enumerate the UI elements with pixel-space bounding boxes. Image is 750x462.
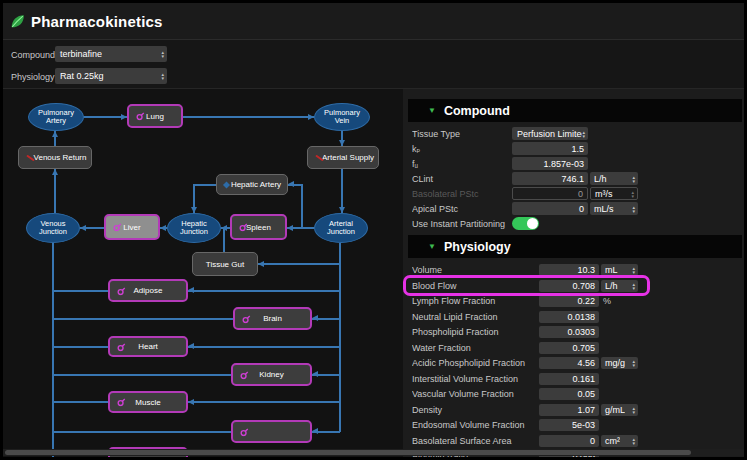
flask-icon	[240, 427, 249, 436]
node-arterial-supply[interactable]: Arterial Supply	[307, 146, 379, 169]
physiology-select-value: Rat 0.25kg	[55, 71, 104, 81]
endosomal-volume-fraction-input[interactable]: 5e-03	[539, 419, 599, 431]
volume-input[interactable]: 10.3	[539, 264, 599, 276]
apical-pstc-input[interactable]: 0	[512, 202, 588, 215]
flow-tag-icon	[315, 157, 324, 159]
physiology-select[interactable]: Rat 0.25kg ▴▾	[55, 68, 167, 84]
node-venous-junction[interactable]: Venous Junction	[26, 213, 80, 243]
node-spleen[interactable]: Spleen	[230, 214, 287, 240]
field-label: Lymph Flow Fraction	[412, 296, 537, 306]
field-row: Apical PStc 0 mL/s▴▾	[412, 202, 638, 215]
node-hepatic-artery[interactable]: Hepatic Artery	[216, 174, 288, 195]
field-label: kₚ	[412, 144, 510, 154]
phospholipid-fraction-input[interactable]: 0.0303	[539, 326, 599, 338]
node-heart[interactable]: Heart	[108, 336, 188, 357]
apical-pstc-unit-select[interactable]: mL/s▴▾	[590, 202, 638, 215]
node-label: Pulmonary Vein	[316, 109, 368, 125]
scrollbar-thumb[interactable]	[5, 450, 691, 455]
flow-line	[258, 263, 340, 265]
node-other-tissues[interactable]	[231, 420, 312, 443]
node-arterial-junction[interactable]: Arterial Junction	[314, 213, 368, 243]
flow-line	[52, 243, 54, 457]
stepper-icon[interactable]: ▴▾	[582, 130, 588, 138]
collapse-triangle-icon[interactable]: ▼	[428, 242, 436, 251]
physiology-section-header[interactable]: ▼ Physiology	[408, 235, 742, 258]
stepper-icon[interactable]: ▴▾	[632, 282, 638, 290]
tissue-type-select[interactable]: Perfusion Limited▴▾	[512, 127, 588, 140]
blood-flow-unit-select[interactable]: L/h▴▾	[601, 280, 638, 292]
acidic-phospholipid-fraction-input[interactable]: 4.56	[539, 357, 599, 369]
flow-line	[53, 401, 108, 403]
node-pulmonary-vein[interactable]: Pulmonary Vein	[314, 103, 370, 131]
node-label: Pulmonary Artery	[30, 109, 82, 125]
vascular-volume-fraction-input[interactable]: 0.05	[539, 388, 599, 400]
field-row: Interstitial Volume Fraction 0.161	[412, 373, 638, 385]
flow-arrow	[312, 371, 318, 377]
stepper-icon[interactable]: ▴▾	[632, 266, 638, 274]
node-kidney[interactable]: Kidney	[231, 363, 312, 386]
flask-icon	[239, 223, 248, 232]
field-row: Acidic Phospholipid Fraction 4.56 mg/g▴▾	[412, 357, 638, 369]
compound-section-header[interactable]: ▼ Compound	[408, 99, 742, 122]
fu-input[interactable]: 1.857e-03	[512, 157, 588, 170]
flow-line	[188, 290, 340, 292]
unit-value: cm²	[601, 436, 620, 446]
flow-arrow	[258, 261, 264, 267]
stepper-icon[interactable]: ▴▾	[632, 175, 638, 183]
lymph-flow-fraction-input[interactable]: 0.22	[539, 295, 599, 307]
field-row-blood-flow: Blood Flow 0.708 L/h▴▾	[412, 280, 638, 292]
collapse-triangle-icon[interactable]: ▼	[428, 106, 436, 115]
node-label: Kidney	[259, 370, 283, 379]
node-adipose[interactable]: Adipose	[108, 279, 188, 302]
volume-unit-select[interactable]: mL▴▾	[601, 264, 638, 276]
physiology-select-label: Physiology	[11, 72, 55, 82]
basolateral-surface-area-input[interactable]: 0	[539, 435, 599, 447]
water-fraction-input[interactable]: 0.705	[539, 342, 599, 354]
stepper-icon[interactable]: ▴▾	[632, 205, 638, 213]
node-label: Arterial Junction	[316, 220, 366, 236]
field-label: Basolateral PStc	[412, 189, 510, 199]
flask-icon	[113, 223, 122, 232]
field-label: Vascular Volume Fraction	[412, 389, 537, 399]
instant-partitioning-toggle[interactable]	[512, 217, 539, 230]
unit-value: mL	[601, 265, 618, 275]
node-venous-return[interactable]: Venous Return	[18, 146, 92, 169]
field-label: Interstitial Volume Fraction	[412, 374, 537, 384]
stepper-icon[interactable]: ▴▾	[632, 359, 638, 367]
node-pulmonary-artery[interactable]: Pulmonary Artery	[28, 103, 84, 131]
field-label: Endosomal Volume Fraction	[412, 420, 537, 430]
interstitial-volume-fraction-input[interactable]: 0.161	[539, 373, 599, 385]
compound-select[interactable]: terbinafine ▴▾	[55, 46, 167, 62]
flow-line	[183, 116, 314, 118]
node-liver[interactable]: Liver	[104, 214, 160, 240]
blood-flow-input[interactable]: 0.708	[539, 280, 599, 292]
acidic-phospholipid-unit-select[interactable]: mg/g▴▾	[601, 357, 638, 369]
horizontal-scrollbar[interactable]	[3, 449, 744, 456]
node-hepatic-junction[interactable]: Hepatic Junction	[167, 213, 221, 243]
neutral-lipid-fraction-input[interactable]: 0.0138	[539, 311, 599, 323]
clint-unit-select[interactable]: L/h▴▾	[590, 172, 638, 185]
node-lung[interactable]: Lung	[127, 104, 183, 128]
field-label: Volume	[412, 265, 537, 275]
field-label: Use Instant Partitioning	[412, 219, 510, 229]
flow-arrow	[188, 399, 194, 405]
node-muscle[interactable]: Muscle	[108, 391, 188, 413]
stepper-icon[interactable]: ▴▾	[632, 437, 638, 445]
basolateral-surface-area-unit-select[interactable]: cm²▴▾	[601, 435, 638, 447]
unit-value: m³/s	[591, 189, 613, 199]
density-unit-select[interactable]: g/mL▴▾	[601, 404, 638, 416]
node-tissue-gut[interactable]: Tissue Gut	[192, 252, 258, 276]
field-label: Neutral Lipid Fraction	[412, 312, 537, 322]
stepper-icon[interactable]: ▴▾	[632, 406, 638, 414]
node-brain[interactable]: Brain	[233, 307, 312, 330]
field-label: fᵤ	[412, 159, 510, 169]
density-input[interactable]: 1.07	[539, 404, 599, 416]
node-label: Venous Return	[34, 153, 87, 162]
unit-value: mg/g	[601, 358, 625, 368]
stepper-icon[interactable]: ▴▾	[161, 72, 167, 80]
kp-input[interactable]: 1.5	[512, 142, 588, 155]
flow-arrow	[188, 343, 194, 349]
clint-input[interactable]: 746.1	[512, 172, 588, 185]
stepper-icon[interactable]: ▴▾	[161, 50, 167, 58]
field-row: Neutral Lipid Fraction 0.0138	[412, 311, 638, 323]
